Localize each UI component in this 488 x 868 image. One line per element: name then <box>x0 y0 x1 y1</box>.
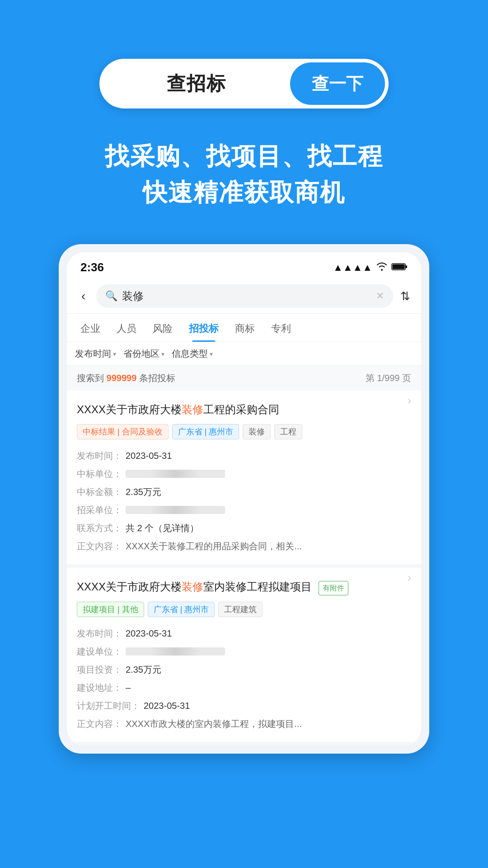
card-1-title: XXXX关于市政府大楼装修工程的采购合同 › <box>77 401 411 418</box>
card-1-contact-label: 联系方式： <box>77 519 122 537</box>
tab-personnel[interactable]: 人员 <box>108 314 145 342</box>
search-input-label: 查招标 <box>167 71 226 96</box>
card-2-builder-blurred <box>126 647 225 656</box>
phone-mockup: 2:36 ▲▲▲▲ <box>59 244 429 754</box>
search-input-area[interactable]: 查招标 <box>103 71 290 96</box>
card-1-info: 发布时间： 2023-05-31 中标单位： 中标金额： 2.35万元 招采单位… <box>77 447 411 555</box>
card-1-amount-label: 中标金额： <box>77 483 122 501</box>
filter-publish-time-arrow: ▾ <box>113 350 116 358</box>
card-2-title-prefix: XXXX关于市政府大楼 <box>77 580 182 593</box>
card-1-content-text: XXXX关于装修工程的用品采购合同，相关... <box>126 539 302 553</box>
main-search-bar: 查招标 查一下 <box>99 59 389 108</box>
card-2-address-label: 建设地址： <box>77 679 122 697</box>
result-bar: 搜索到 999999 条招投标 第 1/999 页 <box>67 366 421 391</box>
card-2-tags: 拟建项目 | 其他 广东省 | 惠州市 工程建筑 <box>77 602 411 617</box>
status-bar: 2:36 ▲▲▲▲ <box>67 252 421 279</box>
card-2-content-text: XXXX市政大楼的室内装修工程，拟建项目... <box>126 717 302 731</box>
card-2-start-value: 2023-05-31 <box>144 697 411 715</box>
card-2-title: XXXX关于市政府大楼装修室内装修工程拟建项目 有附件 › <box>77 579 411 595</box>
card-2-publish-row: 发布时间： 2023-05-31 <box>77 624 411 642</box>
card-1-amount-row: 中标金额： 2.35万元 <box>77 483 411 501</box>
svg-rect-2 <box>393 264 405 269</box>
card-1-contact-row: 联系方式： 共 2 个（见详情） <box>77 519 411 537</box>
tag-attachment: 有附件 <box>319 581 348 595</box>
card-1-publish-label: 发布时间： <box>77 447 122 465</box>
card-1-contact-value: 共 2 个（见详情） <box>126 519 411 537</box>
search-icon: 🔍 <box>105 290 117 302</box>
card-2-arrow: › <box>408 570 411 586</box>
card-2-address-row: 建设地址： – <box>77 679 411 697</box>
card-2-title-highlight: 装修 <box>182 580 203 593</box>
search-field[interactable]: 🔍 装修 ✕ <box>96 284 393 308</box>
card-2-info: 发布时间： 2023-05-31 建设单位： 项目投资： 2.35万元 建设地址… <box>77 624 411 733</box>
filter-info-type-label: 信息类型 <box>172 348 208 360</box>
card-1-winner-blurred <box>126 470 225 478</box>
svg-rect-1 <box>405 265 407 268</box>
filter-publish-time[interactable]: 发布时间 ▾ <box>75 348 116 360</box>
app-header: ‹ 🔍 装修 ✕ ⇅ <box>67 279 421 314</box>
card-1-title-suffix: 工程的采购合同 <box>203 403 279 415</box>
card-1-arrow: › <box>408 392 411 409</box>
filter-region[interactable]: 省份地区 ▾ <box>123 348 164 360</box>
filter-info-type[interactable]: 信息类型 ▾ <box>172 348 213 360</box>
status-icons: ▲▲▲▲ <box>333 262 408 274</box>
phone-inner: 2:36 ▲▲▲▲ <box>67 252 421 745</box>
result-count-number: 999999 <box>107 373 137 383</box>
card-1-procurement-row: 招采单位： <box>77 501 411 519</box>
filter-region-label: 省份地区 <box>123 348 160 360</box>
tag-planned-project: 拟建项目 | 其他 <box>77 602 144 617</box>
tab-bidding[interactable]: 招投标 <box>181 314 227 342</box>
tab-trademark[interactable]: 商标 <box>227 314 263 342</box>
card-1-publish-row: 发布时间： 2023-05-31 <box>77 447 411 465</box>
filter-icon[interactable]: ⇅ <box>400 289 410 303</box>
tag-region: 广东省 | 惠州市 <box>172 424 239 439</box>
card-2-content-label: 正文内容： <box>77 715 122 733</box>
battery-icon <box>391 262 408 274</box>
search-clear-button[interactable]: ✕ <box>376 290 384 302</box>
status-time: 2:36 <box>80 260 104 274</box>
card-2-content-row: 正文内容： XXXX市政大楼的室内装修工程，拟建项目... <box>77 715 411 733</box>
tag-engineering: 工程 <box>274 424 302 439</box>
tag-region-2: 广东省 | 惠州市 <box>148 602 215 617</box>
tagline-line2: 快速精准获取商机 <box>105 176 383 208</box>
tag-decoration: 装修 <box>243 424 271 439</box>
tagline: 找采购、找项目、找工程 快速精准获取商机 <box>105 140 383 208</box>
card-1-title-highlight: 装修 <box>182 403 203 415</box>
filter-publish-time-label: 发布时间 <box>75 348 111 360</box>
card-1-winner-label: 中标单位： <box>77 465 122 483</box>
card-2-investment-row: 项目投资： 2.35万元 <box>77 660 411 679</box>
card-1-winner-row: 中标单位： <box>77 465 411 483</box>
wifi-icon <box>376 262 388 274</box>
card-2-start-label: 计划开工时间： <box>77 697 140 715</box>
tag-bid-result: 中标结果 | 合同及验收 <box>77 424 169 439</box>
tab-risk[interactable]: 风险 <box>145 314 181 342</box>
card-1-title-prefix: XXXX关于市政府大楼 <box>77 403 182 415</box>
tab-nav: 企业 人员 风险 招投标 商标 专利 <box>67 314 421 342</box>
card-1-procurement-blurred <box>126 506 225 514</box>
result-card-2[interactable]: XXXX关于市政府大楼装修室内装修工程拟建项目 有附件 › 拟建项目 | 其他 … <box>67 568 421 745</box>
card-2-title-suffix: 室内装修工程拟建项目 <box>203 580 312 593</box>
search-button[interactable]: 查一下 <box>290 62 385 105</box>
card-1-procurement-label: 招采单位： <box>77 501 122 519</box>
back-button[interactable]: ‹ <box>78 287 89 305</box>
card-1-tags: 中标结果 | 合同及验收 广东省 | 惠州市 装修 工程 <box>77 424 411 439</box>
search-field-value: 装修 <box>122 289 371 303</box>
page-info: 第 1/999 页 <box>366 372 411 384</box>
signal-icon: ▲▲▲▲ <box>333 262 372 274</box>
tagline-line1: 找采购、找项目、找工程 <box>105 140 383 172</box>
card-2-investment-value: 2.35万元 <box>126 660 411 679</box>
card-2-investment-label: 项目投资： <box>77 660 122 679</box>
card-2-address-value: – <box>126 679 411 697</box>
result-card-1[interactable]: XXXX关于市政府大楼装修工程的采购合同 › 中标结果 | 合同及验收 广东省 … <box>67 391 421 568</box>
filter-region-arrow: ▾ <box>161 350 164 358</box>
card-2-start-row: 计划开工时间： 2023-05-31 <box>77 697 411 715</box>
card-2-publish-value: 2023-05-31 <box>126 624 411 642</box>
card-1-content-row: 正文内容： XXXX关于装修工程的用品采购合同，相关... <box>77 537 411 555</box>
filter-info-type-arrow: ▾ <box>210 350 213 358</box>
card-2-publish-label: 发布时间： <box>77 624 122 642</box>
result-count-text: 搜索到 999999 条招投标 <box>77 372 175 384</box>
card-1-content-label: 正文内容： <box>77 537 122 555</box>
tab-patent[interactable]: 专利 <box>263 314 299 342</box>
card-1-amount-value: 2.35万元 <box>126 483 411 501</box>
tab-enterprise[interactable]: 企业 <box>72 314 108 342</box>
